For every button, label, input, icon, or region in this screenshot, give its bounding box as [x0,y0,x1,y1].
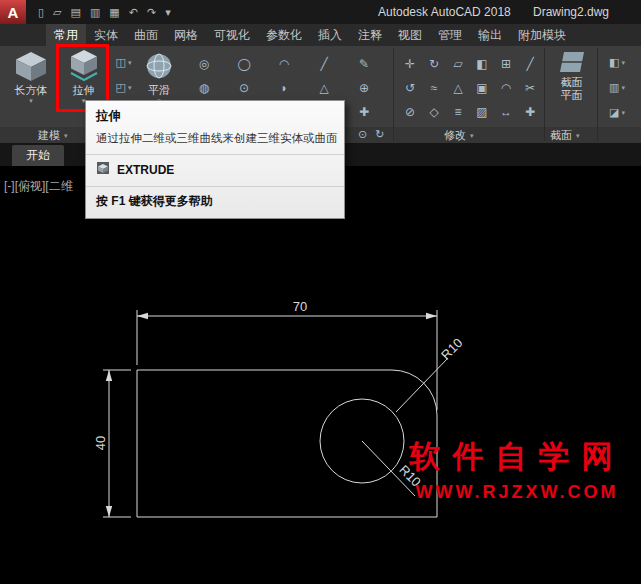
ribbon-tool-icon[interactable]: ▨ [470,100,494,124]
ribbon-tool-icon[interactable]: ≈ [422,76,446,100]
dim-width-text: 70 [293,299,307,314]
tab-annotate[interactable]: 注释 [350,24,390,46]
ribbon-tool-icon[interactable]: ⊞ [494,52,518,76]
ribbon-tool-icon[interactable]: ◧ [470,52,494,76]
ribbon-tool-icon[interactable]: △ [304,76,344,100]
ribbon-tool-icon[interactable]: ╱ [518,52,542,76]
ribbon-tool-icon[interactable]: ◠ [264,52,304,76]
extrude-command-icon [96,161,110,178]
ribbon-tool-icon[interactable]: ≡ [446,100,470,124]
save-icon[interactable]: ▤ [71,6,81,19]
ribbon-tool-icon[interactable]: ▥▾ [602,75,632,100]
panel-title-text: 建模 [38,128,60,143]
ribbon-tool-icon[interactable]: ✂ [518,76,542,100]
ribbon-tool-icon[interactable]: ◰▾ [110,75,137,100]
ribbon-tool-icon[interactable]: ⊘ [398,100,422,124]
ribbon-tool-icon[interactable]: ◫▾ [110,50,137,75]
ribbon-tool-icon[interactable]: ↺ [398,76,422,100]
viewport-controls[interactable]: [-][俯视][二维 [4,178,73,195]
section-tool-column: ◧▾ ▥▾ ◪▾ [602,50,632,125]
arrowhead [106,506,112,517]
tooltip-title: 拉伸 [96,108,334,125]
ribbon-tool-icon[interactable]: ✎ [344,52,384,76]
panel-separator [544,48,545,141]
ribbon-tool-icon[interactable]: ◪▾ [602,100,632,125]
autocad-logo-icon[interactable]: A [0,0,26,24]
box-3d-icon [13,48,49,84]
redo-icon[interactable]: ↷ [147,6,156,19]
section-plane-button[interactable]: 截面 平面 [548,48,595,102]
plot-icon[interactable]: ▦ [109,6,119,19]
box-button[interactable]: 长方体 ▾ [4,48,58,105]
tab-addins[interactable]: 附加模块 [510,24,574,46]
ribbon-tool-icon[interactable]: ⊙ [358,128,367,141]
app-title: Autodesk AutoCAD 2018 [378,5,511,19]
box-button-label: 长方体 [15,84,48,97]
saveas-icon[interactable]: ▥ [90,6,100,19]
tab-visualize[interactable]: 可视化 [206,24,258,46]
ribbon-tool-icon[interactable]: ↻ [375,128,384,141]
plate-outline [137,370,437,517]
ribbon-tool-icon[interactable]: ✚ [518,100,542,124]
start-tab[interactable]: 开始 [12,145,64,166]
tab-insert[interactable]: 插入 [310,24,350,46]
section-plane-label-2: 平面 [561,89,583,102]
section-plane-label-1: 截面 [561,76,583,89]
undo-icon[interactable]: ↶ [129,6,138,19]
tool-glyph: ◧ [609,56,619,69]
fillet-radius-text: R10 [438,335,465,362]
ribbon-tool-icon[interactable]: ◇ [422,100,446,124]
ribbon-tool-icon[interactable]: ↻ [422,52,446,76]
tooltip-command-name: EXTRUDE [117,163,174,177]
panel-separator [393,48,394,141]
smooth-object-button[interactable]: 平滑 ▾ [137,48,181,105]
modify-icon-grid: ✛ ↻ ▱ ◧ ⊞ ╱ ↺ ≈ △ ▣ ◠ ✂ ⊘ ◇ ≡ ▨ ↔ ✚ [398,52,542,124]
tab-home[interactable]: 常用 [46,24,86,46]
ribbon-tool-icon[interactable]: ▣ [470,76,494,100]
tooltip-divider [86,186,344,187]
new-file-icon[interactable]: ▯ [38,6,44,19]
tool-glyph: ▥ [609,81,619,94]
document-title: Drawing2.dwg [533,5,609,19]
panel-title-modify[interactable]: 修改 ▾ [444,128,474,143]
ribbon-tool-icon[interactable]: ⊕ [344,76,384,100]
panel-title-modeling[interactable]: 建模 ▾ [38,128,68,143]
tab-view[interactable]: 视图 [390,24,430,46]
ribbon-tool-icon[interactable]: ◧▾ [602,50,632,75]
extrude-icon [68,48,100,84]
ribbon-tool-icon[interactable]: ◠ [494,76,518,100]
ribbon-tool-icon[interactable]: ╱ [304,52,344,76]
drawing-canvas[interactable]: 70 40 R10 R10 [0,166,641,584]
ribbon-tool-icon[interactable]: ✛ [398,52,422,76]
ribbon-tool-icon[interactable]: ▱ [446,52,470,76]
ribbon-tool-icon[interactable]: ◍ [184,76,224,100]
tab-parametric[interactable]: 参数化 [258,24,310,46]
ribbon-tool-icon[interactable]: ◯ [224,52,264,76]
ribbon-tool-icon[interactable]: △ [446,76,470,100]
chevron-down-icon: ▾ [576,132,580,140]
tooltip-help-text: 按 F1 键获得更多帮助 [96,193,334,210]
tab-surface[interactable]: 曲面 [126,24,166,46]
chevron-down-icon: ▾ [470,132,474,140]
drawing-geometry [103,310,448,517]
tool-glyph: ◪ [609,106,619,119]
extrude-button[interactable]: 拉伸 ▾ [60,48,107,105]
qat-more-icon[interactable]: ▾ [165,6,171,19]
smooth-object-icon [144,48,174,84]
ribbon-tool-icon[interactable]: ◎ [184,52,224,76]
quick-access-toolbar: ▯ ▱ ▤ ▥ ▦ ↶ ↷ ▾ [38,6,171,19]
dim-height-text: 40 [93,436,108,450]
tab-output[interactable]: 输出 [470,24,510,46]
ribbon-tool-icon[interactable]: ✚ [344,100,384,124]
tab-manage[interactable]: 管理 [430,24,470,46]
tool-glyph: ◫ [116,56,126,69]
tool-glyph: ◰ [116,81,126,94]
tab-solid[interactable]: 实体 [86,24,126,46]
ribbon-tab-bar: 常用 实体 曲面 网格 可视化 参数化 插入 注释 视图 管理 输出 附加模块 [0,24,641,46]
open-folder-icon[interactable]: ▱ [53,6,61,19]
ribbon-tool-icon[interactable]: ↔ [494,100,518,124]
ribbon-tool-icon[interactable]: ⊙ [224,76,264,100]
tab-mesh[interactable]: 网格 [166,24,206,46]
ribbon-tool-icon[interactable]: ◗ [264,76,304,100]
panel-title-section[interactable]: 截面 ▾ [550,128,580,143]
